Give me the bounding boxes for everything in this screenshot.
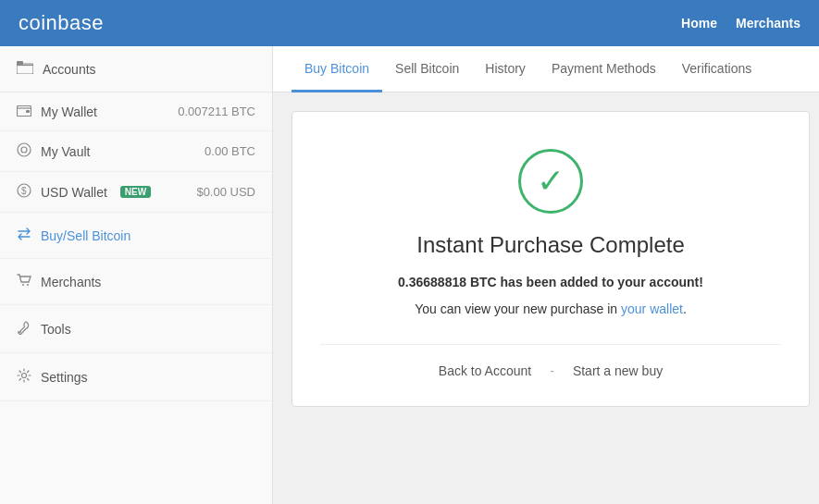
- sidebar: Accounts My Wallet 0.007211 BTC: [0, 46, 273, 504]
- main-content: ✓ Instant Purchase Complete 0.36688818 B…: [273, 92, 819, 504]
- tab-buy-bitcoin[interactable]: Buy Bitcoin: [292, 46, 382, 92]
- cart-icon: [17, 274, 31, 289]
- my-wallet-value: 0.007211 BTC: [178, 104, 255, 118]
- purchase-description: 0.36688818 BTC has been added to your ac…: [398, 273, 703, 292]
- svg-rect-3: [26, 110, 30, 113]
- success-icon-circle: ✓: [518, 149, 583, 214]
- svg-rect-1: [17, 61, 23, 65]
- buy-sell-bitcoin-menu[interactable]: Buy/Sell Bitcoin: [0, 213, 272, 259]
- svg-point-9: [27, 284, 29, 286]
- my-wallet-item[interactable]: My Wallet 0.007211 BTC: [0, 92, 272, 131]
- tab-payment-methods[interactable]: Payment Methods: [539, 46, 669, 92]
- svg-point-8: [22, 284, 24, 286]
- purchase-card: ✓ Instant Purchase Complete 0.36688818 B…: [292, 111, 810, 407]
- action-divider: -: [550, 363, 554, 378]
- usd-wallet-label: USD Wallet: [41, 185, 107, 200]
- home-link[interactable]: Home: [681, 16, 717, 31]
- header: coinbase Home Merchants: [0, 0, 819, 46]
- checkmark-icon: ✓: [537, 165, 565, 198]
- back-to-account-link[interactable]: Back to Account: [439, 363, 531, 378]
- accounts-header: Accounts: [0, 46, 272, 92]
- my-wallet-label: My Wallet: [41, 104, 97, 119]
- merchants-link[interactable]: Merchants: [736, 16, 800, 31]
- tabs-bar: Buy Bitcoin Sell Bitcoin History Payment…: [273, 46, 819, 92]
- usd-wallet-value: $0.00 USD: [196, 185, 255, 199]
- merchants-menu[interactable]: Merchants: [0, 259, 272, 305]
- link-text-before: You can view your new purchase in: [415, 301, 621, 316]
- buy-sell-label: Buy/Sell Bitcoin: [41, 228, 130, 243]
- settings-label: Settings: [41, 370, 88, 385]
- my-vault-item[interactable]: My Vault 0.00 BTC: [0, 131, 272, 172]
- usd-wallet-item[interactable]: $ USD Wallet NEW $0.00 USD: [0, 172, 272, 213]
- main-area: Buy Bitcoin Sell Bitcoin History Payment…: [273, 46, 819, 504]
- logo: coinbase: [19, 11, 104, 35]
- my-vault-value: 0.00 BTC: [205, 144, 255, 158]
- purchase-actions: Back to Account - Start a new buy: [320, 344, 781, 378]
- accounts-folder-icon: [17, 61, 33, 77]
- purchase-link-text: You can view your new purchase in your w…: [415, 301, 687, 316]
- purchase-title: Instant Purchase Complete: [416, 232, 685, 258]
- accounts-label: Accounts: [43, 62, 96, 77]
- your-wallet-link[interactable]: your wallet: [621, 301, 683, 316]
- link-text-after: .: [683, 301, 687, 316]
- tab-verifications[interactable]: Verifications: [669, 46, 764, 92]
- header-nav: Home Merchants: [681, 16, 800, 31]
- exchange-icon: [17, 227, 31, 243]
- settings-menu[interactable]: Settings: [0, 353, 272, 401]
- tools-menu[interactable]: Tools: [0, 305, 272, 353]
- svg-text:$: $: [21, 186, 27, 196]
- svg-point-4: [18, 143, 31, 156]
- new-badge: NEW: [120, 186, 151, 198]
- svg-point-5: [21, 147, 27, 153]
- layout: Accounts My Wallet 0.007211 BTC: [0, 46, 819, 504]
- merchants-label: Merchants: [41, 275, 101, 289]
- tab-history[interactable]: History: [472, 46, 539, 92]
- usd-icon: $: [17, 183, 31, 201]
- tab-sell-bitcoin[interactable]: Sell Bitcoin: [382, 46, 472, 92]
- start-new-buy-link[interactable]: Start a new buy: [573, 363, 663, 378]
- vault-icon: [17, 142, 31, 160]
- tools-label: Tools: [41, 322, 71, 337]
- my-vault-label: My Vault: [41, 144, 90, 159]
- tools-icon: [17, 320, 31, 338]
- gear-icon: [17, 368, 31, 386]
- svg-point-11: [22, 374, 27, 378]
- wallet-icon: [17, 104, 31, 119]
